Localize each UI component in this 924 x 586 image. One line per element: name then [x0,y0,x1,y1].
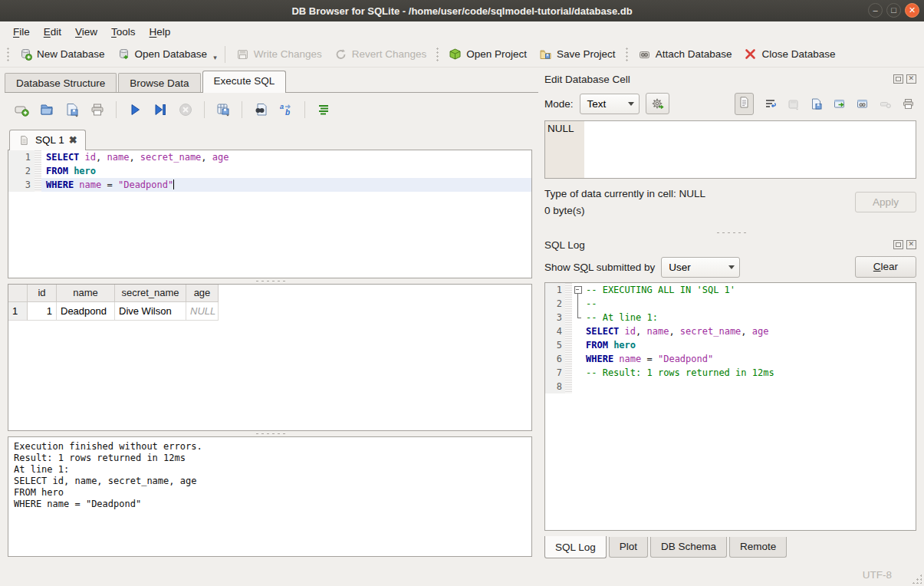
save-sql-file-button[interactable] [64,102,80,117]
maximize-button[interactable]: □ [886,3,901,18]
col-header-age[interactable]: age [186,285,219,302]
print-sql-icon [90,102,105,117]
copy-link-button[interactable] [856,97,869,110]
menubar: File Edit View Tools Help [0,21,924,41]
chevron-down-icon [628,102,634,106]
splitter-editor-results[interactable] [8,278,532,284]
right-pane: Edit Database Cell Mode: Text [543,67,924,563]
tab-sql-log[interactable]: SQL Log [544,536,607,558]
minimize-button[interactable]: – [868,3,883,18]
open-sql-file-button[interactable] [39,102,54,117]
find-icon [253,102,268,117]
word-wrap-button[interactable] [764,97,777,110]
save-project-button[interactable]: Save Project [533,44,622,64]
open-database-icon [117,48,130,61]
execute-line-icon [153,102,168,117]
col-header-name[interactable]: name [57,285,115,302]
new-database-button[interactable]: New Database [13,44,111,64]
print-cell-button[interactable] [902,97,915,110]
execute-current-line-button[interactable] [153,102,168,117]
write-changes-button[interactable]: Write Changes [230,44,328,64]
close-database-button[interactable]: Close Database [738,44,841,64]
open-in-external-button[interactable] [833,97,846,110]
cell-mode-row: Mode: Text [544,91,916,117]
cell-name[interactable]: Deadpond [57,302,115,321]
resize-grip[interactable] [912,574,922,584]
cell-age[interactable]: NULL [186,302,219,321]
open-project-button[interactable]: Open Project [442,44,533,64]
menu-tools[interactable]: Tools [104,24,143,40]
main-area: Database Structure Browse Data Execute S… [0,67,924,563]
close-button[interactable]: ✕ [905,3,919,18]
sql-toolbar-separator [304,101,305,118]
dock-close-icon[interactable] [906,74,916,84]
text-document-icon [738,96,751,109]
word-wrap-icon [764,97,777,110]
splitter-docks[interactable] [544,229,916,236]
menu-help[interactable]: Help [143,24,178,40]
apply-changes-auto-button[interactable] [646,93,669,114]
tab-plot[interactable]: Plot [609,537,648,558]
status-bar: UTF-8 [0,563,924,586]
sql-log-viewer[interactable]: 1-- EXECUTING ALL IN 'SQL 1' 2-- 3-- At … [544,282,916,531]
write-changes-icon [236,48,249,61]
menu-file[interactable]: File [6,24,37,40]
tab-database-structure[interactable]: Database Structure [5,73,117,93]
export-cell-data-button[interactable] [810,97,823,110]
tab-execute-sql[interactable]: Execute SQL [202,71,287,93]
print-sql-button[interactable] [90,102,105,117]
splitter-results-message[interactable] [8,431,532,436]
submitted-by-select[interactable]: User [661,257,740,278]
open-database-dropdown[interactable]: ▾ [213,48,220,61]
fold-marker-collapse[interactable] [572,283,584,297]
replace-button[interactable]: ab [278,102,294,117]
col-header-id[interactable]: id [28,285,57,302]
editor-line: 2 FROM hero [8,164,531,178]
import-cell-data-button[interactable] [787,97,800,110]
results-corner[interactable] [8,285,28,302]
dock-float-icon[interactable] [893,74,903,84]
toolbar-separator [225,46,225,63]
cell-secret-name[interactable]: Dive Wilson [115,302,186,321]
tab-browse-data[interactable]: Browse Data [118,73,200,93]
titlebar: DB Browser for SQLite - /home/user/code/… [0,0,924,21]
execution-message: Execution finished without errors. Resul… [8,436,532,557]
tab-db-schema[interactable]: DB Schema [650,537,727,558]
replace-icon: ab [278,102,294,117]
find-button[interactable] [253,102,268,117]
clear-log-button[interactable]: Clear [855,256,916,278]
set-null-button[interactable] [879,97,892,110]
editor-line-current: 3 WHERE name = "Deadpond" [8,178,531,192]
dock-close-icon[interactable] [906,240,916,249]
menu-view[interactable]: View [68,24,104,40]
text-mode-toggle[interactable] [735,93,754,115]
col-header-secret-name[interactable]: secret_name [115,285,186,302]
edit-cell-dock-title: Edit Database Cell [544,71,916,87]
dock-float-icon[interactable] [893,240,903,249]
export-icon [810,97,823,110]
revert-changes-button[interactable]: Revert Changes [328,44,433,64]
sql-doc-tab-label: SQL 1 [35,134,64,146]
cell-editor-toolbar [735,93,916,115]
sql-toolbar-separator [204,101,205,118]
sql-doc-icon [18,135,31,146]
save-results-button[interactable] [215,102,231,117]
sql-doc-tab[interactable]: SQL 1 ✖ [9,130,86,150]
cell-value-editor[interactable]: NULL [544,120,916,179]
encoding-indicator[interactable]: UTF-8 [863,569,892,581]
mode-select[interactable]: Text [580,94,640,114]
sql-doc-tab-close-icon[interactable]: ✖ [69,134,77,146]
format-sql-button[interactable] [316,102,331,117]
sql-toolbar: ab [8,99,532,120]
execute-sql-button[interactable] [127,102,143,117]
row-number[interactable]: 1 [8,302,28,321]
apply-button[interactable]: Apply [855,192,916,212]
open-database-button[interactable]: Open Database [111,44,214,64]
attach-database-button[interactable]: Attach Database [632,44,738,64]
tab-remote[interactable]: Remote [729,537,787,558]
cell-id[interactable]: 1 [28,302,57,321]
stop-execution-button[interactable] [178,102,193,117]
menu-edit[interactable]: Edit [37,24,68,40]
sql-editor[interactable]: 1 SELECT id, name, secret_name, age 2 FR… [8,150,532,278]
new-sql-tab-button[interactable] [14,102,29,117]
